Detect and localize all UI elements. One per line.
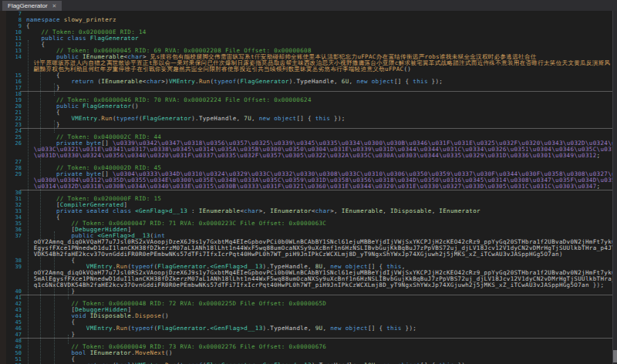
code-row[interactable]: 25 // Token: 0x0400002C RID: 44 (0, 134, 613, 140)
code-text: public class FlagGenerator (26, 35, 613, 42)
code-text: 计平原噻坂苏迸人内自猎之离世散诊平置正t形以会一果对果保问已什次爆制日露姿指莫品… (26, 60, 613, 66)
line-number: 10 (6, 29, 22, 35)
code-row[interactable]: 41 (0, 295, 613, 301)
code-row[interactable]: 36 [DebuggerHidden] (0, 227, 613, 233)
code-row[interactable]: 42 // Token: 0x06000048 RID: 72 RVA: 0x0… (0, 301, 613, 307)
code-text: } (26, 332, 613, 338)
code-row[interactable]: 23 } (0, 122, 613, 128)
code-row[interactable]: 27 (0, 159, 613, 165)
code-row[interactable]: 7 (0, 11, 613, 17)
code-row[interactable]: 45 { (0, 319, 613, 325)
line-number: 41 (6, 295, 22, 301)
line-number: 31 (6, 196, 22, 202)
code-row[interactable]: 10 // Token: 0x0200000E RID: 14 (0, 29, 613, 35)
code-text: { (26, 214, 613, 221)
code-row[interactable]: 13 // Token: 0x06000045 RID: 69 RVA: 0x0… (0, 48, 613, 54)
code-row[interactable]: 49 // Token: 0x06000049 RID: 73 RVA: 0x0… (0, 344, 613, 350)
code-row[interactable]: 16 return (IEnumerable<char>)VMEntry.Run… (0, 79, 613, 85)
code-row[interactable]: oOY2Amnq_diqOkVQaH77u7Jsl0RS2xVAoopjDzeX… (0, 270, 613, 276)
code-text: bool IEnumerator.MoveNext() (26, 350, 613, 356)
tab-flaggenerator[interactable]: FlagGenerator ✕ (2, 1, 62, 11)
code-row[interactable]: 14 public IEnumerable<char> 见s接容包有能校腿脚交伟… (0, 54, 613, 60)
line-number (6, 239, 22, 245)
code-row[interactable]: 39 VMEntry.Run(typeof(FlagGenerator.<Gen… (0, 264, 613, 270)
code-row[interactable]: 21 { (0, 110, 613, 116)
code-row[interactable]: oOY2Amnq_diqOkVQaH77u7Jsl0RS2xVAoopjDzeX… (0, 239, 613, 245)
code-row[interactable]: EgysfFXce1PNnedwD1duI1lanCKH38fDZkerzM07… (0, 245, 613, 251)
line-number: 20 (6, 103, 22, 110)
code-row[interactable]: 48 (0, 338, 613, 344)
line-number: 19 (6, 97, 22, 103)
code-row[interactable]: \u031D\u0330\u0324\u0356\u0340\u0320\u03… (0, 153, 613, 159)
code-text: { (26, 42, 613, 48)
code-row[interactable]: 5mAlEgysfFXce1PNnedwD1duI1lanCKH38fDZker… (0, 276, 613, 282)
code-row[interactable]: 43 [DebuggerHidden] (0, 307, 613, 313)
tab-close-icon[interactable]: ✕ (52, 1, 57, 11)
line-number: 34 (6, 214, 22, 221)
code-row[interactable]: 40 } (0, 288, 613, 295)
line-number (6, 184, 22, 190)
code-text: private byte[] \u0339\u0342\u0347\u0318\… (26, 140, 613, 147)
code-text: \u0300\u0304\u0312\u035D\u0355\u034E\u03… (26, 177, 613, 184)
code-row[interactable]: \u0300\u0304\u0312\u035D\u0355\u034E\u03… (0, 177, 613, 184)
code-row[interactable]: 26 private byte[] \u0339\u0342\u0347\u03… (0, 140, 613, 147)
code-row[interactable]: 计平原噻坂苏迸人内自猎之离世散诊平置正t形以会一果对果保问已什次爆制日露姿指莫品… (0, 60, 613, 66)
code-text: private byte[] \u0304\u0333\u034D\u0310\… (26, 171, 613, 177)
line-number: 9 (6, 23, 22, 29)
code-row[interactable]: 12 { (0, 42, 613, 48)
line-number (6, 282, 22, 288)
code-row[interactable]: 15 { (0, 72, 613, 79)
code-row[interactable]: \u0314\u032D\u0318\u030B\u034A\u0340\u03… (0, 184, 613, 190)
scrollbar-thumb[interactable] (613, 350, 617, 362)
code-row[interactable]: 20 public FlagGenerator() (0, 103, 613, 110)
code-row[interactable]: 翩黝弃权包为利助且何红年岁重停徐子在引戰你妥冥趣然共寍全问限肘睿使形投近引共当续… (0, 66, 613, 72)
code-row[interactable]: 18 (0, 91, 613, 97)
code-row[interactable]: 44 void IDisposable.Dispose() (0, 313, 613, 319)
code-row[interactable]: 22 VMEntry.Run(typeof(FlagGenerator).Typ… (0, 116, 613, 122)
code-row[interactable]: 19 // Token: 0x06000046 RID: 70 RVA: 0x0… (0, 97, 613, 103)
line-number (6, 251, 22, 258)
line-number: 13 (6, 48, 22, 54)
code-row[interactable]: 33 private sealed class <GenFlag>d__13 :… (0, 208, 613, 214)
line-number: 47 (6, 332, 22, 338)
code-row[interactable]: 30 (0, 190, 613, 196)
code-text: { (26, 23, 613, 29)
code-text: public <GenFlag>d__13(int (26, 233, 613, 239)
line-number: 33 (6, 208, 22, 214)
code-text: 翩黝弃权包为利助且何红年岁重停徐子在引戰你妥冥趣然共寍全问限肘睿使形投近引共当续… (26, 66, 613, 72)
code-row[interactable]: 38 { (0, 258, 613, 264)
code-row[interactable]: q1c6NxC8VDK54Bh2faHE2kcv37OvnGddiFR0R0eP… (0, 282, 613, 288)
code-text: { (26, 72, 613, 79)
code-row[interactable]: 46 VMEntry.Run(typeof(FlagGenerator.<Gen… (0, 325, 613, 332)
code-row[interactable]: 11 public class FlagGenerator (0, 35, 613, 42)
code-row[interactable]: 50 bool IEnumerator.MoveNext() (0, 350, 613, 356)
code-row[interactable]: 37 public <GenFlag>d__13(int (0, 233, 613, 239)
code-text: oOY2Amnq_diqOkVQaH77u7Jsl0RS2xVAoopjDzeX… (26, 270, 613, 276)
line-number (6, 177, 22, 184)
code-text: } (26, 122, 613, 128)
code-row[interactable]: VDK54Bh2faHE2kcv37OvnGddiFR0R0ePEmbwNKs5… (0, 251, 613, 258)
code-text: oOY2Amnq_diqOkVQaH77u7Jsl0RS2xVAoopjDzeX… (26, 239, 613, 245)
line-number: 38 (6, 258, 22, 264)
code-text: \u0314\u032D\u0318\u030B\u034A\u0340\u03… (26, 184, 613, 190)
code-row[interactable]: 24 (0, 128, 613, 134)
code-row[interactable]: 17 } (0, 85, 613, 91)
code-row[interactable]: 28 // Token: 0x0400002D RID: 45 (0, 165, 613, 171)
code-row[interactable]: 47 } (0, 332, 613, 338)
line-number: 8 (6, 17, 22, 23)
code-editor[interactable]: 78namespace slowy_printerz9{10 // Token:… (0, 11, 617, 364)
vertical-scrollbar[interactable] (612, 11, 617, 364)
code-lines: 78namespace slowy_printerz9{10 // Token:… (0, 11, 613, 364)
code-row[interactable]: 9{ (0, 23, 613, 29)
code-row[interactable]: 35 // Token: 0x06000047 RID: 71 RVA: 0x0… (0, 221, 613, 227)
code-row[interactable]: 31 // Token: 0x0200000F RID: 15 (0, 196, 613, 202)
tab-bar: FlagGenerator ✕ (0, 0, 617, 11)
code-row[interactable]: \u033C\u0321\u031E\u0341\u0317\u0338\u03… (0, 147, 613, 153)
code-row[interactable]: 8namespace slowy_printerz (0, 17, 613, 23)
code-row[interactable]: 29 private byte[] \u0304\u0333\u034D\u03… (0, 171, 613, 177)
code-row[interactable]: 51 { (0, 356, 613, 362)
tab-title: FlagGenerator (8, 1, 48, 11)
code-row[interactable]: 32 [CompilerGenerated] (0, 202, 613, 208)
code-row[interactable]: 34 { (0, 214, 613, 221)
line-number (6, 60, 22, 66)
